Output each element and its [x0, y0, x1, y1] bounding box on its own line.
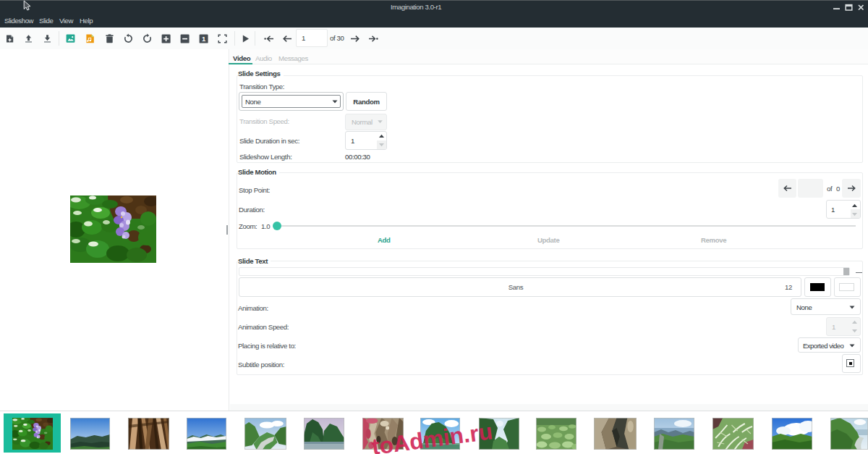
- svg-text:1: 1: [202, 35, 206, 43]
